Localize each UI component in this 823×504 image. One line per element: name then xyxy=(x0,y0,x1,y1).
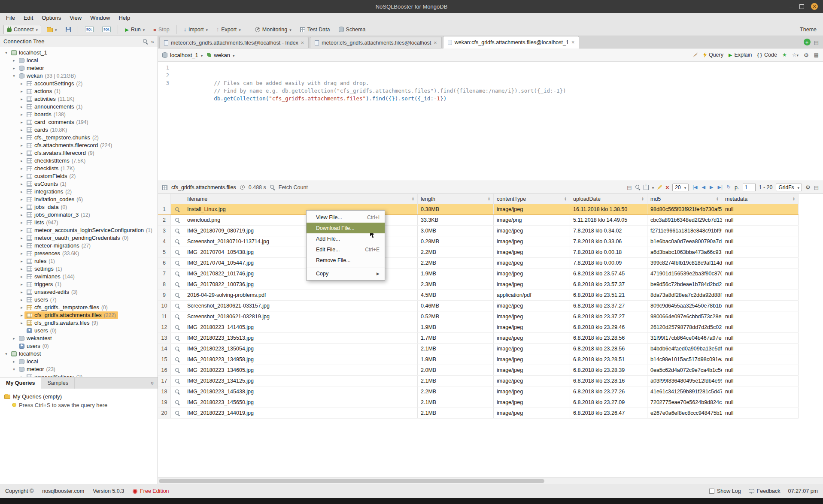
tree-item[interactable]: users (0) xyxy=(0,327,158,335)
preview-icon[interactable] xyxy=(175,239,180,244)
header-uploaddate[interactable]: uploadDate xyxy=(570,194,647,204)
tree-item[interactable]: jobs_data (0) xyxy=(0,203,158,211)
preview-cell[interactable] xyxy=(171,290,184,300)
preview-cell[interactable] xyxy=(171,322,184,332)
table-row[interactable]: 9 2016-04-29-solving-problems.pdf 4.5MB … xyxy=(158,290,799,301)
results-settings-icon[interactable] xyxy=(805,184,811,190)
table-row[interactable]: 17 IMG_20180223_134125.jpg 2.1MB image/j… xyxy=(158,376,799,386)
preview-icon[interactable] xyxy=(175,271,180,276)
close-tab-icon[interactable] xyxy=(434,40,437,46)
expand-panel-icon[interactable] xyxy=(814,184,819,190)
sort-icon[interactable] xyxy=(640,197,644,201)
preview-cell[interactable] xyxy=(171,301,184,311)
expander-icon[interactable] xyxy=(19,80,24,88)
view-format-select[interactable]: GridFs xyxy=(776,184,802,191)
preview-cell[interactable] xyxy=(171,365,184,375)
preview-icon[interactable] xyxy=(175,389,180,394)
open-file-button[interactable] xyxy=(44,25,60,34)
sort-icon[interactable] xyxy=(486,197,490,201)
editor-tab[interactable]: meteor:cfs_gridfs.attachments.files@loca… xyxy=(310,37,441,48)
preview-cell[interactable] xyxy=(171,215,184,225)
context-menu-item[interactable]: Remove File... ▶ xyxy=(307,255,385,266)
preview-cell[interactable] xyxy=(171,333,184,343)
feedback-button[interactable]: Feedback xyxy=(749,488,780,494)
table-row[interactable]: 5 IMG_20170704_105438.jpg 2.2MB image/jp… xyxy=(158,247,799,258)
preview-icon[interactable] xyxy=(175,250,180,255)
chevron-down-icon[interactable] xyxy=(652,184,654,190)
maximize-button[interactable] xyxy=(799,4,804,9)
connect-button[interactable]: Connect xyxy=(3,25,41,34)
sort-icon[interactable] xyxy=(714,197,719,201)
import-button[interactable]: Import xyxy=(181,25,211,34)
tab-list-button[interactable] xyxy=(814,39,819,45)
header-metadata[interactable]: metadata xyxy=(722,194,799,204)
editor-tab[interactable]: wekan:cfs_gridfs.attachments.files@local… xyxy=(443,36,580,48)
tree-item[interactable]: cfs.attachments.filerecord (224) xyxy=(0,142,158,149)
tree-item[interactable]: announcements (1) xyxy=(0,103,158,111)
cell-filename[interactable]: IMG_20180223_145650.jpg xyxy=(184,397,418,407)
expander-icon[interactable] xyxy=(19,157,24,165)
table-row[interactable]: 6 IMG_20170704_105447.jpg 2.2MB image/jp… xyxy=(158,258,799,269)
minimize-button[interactable] xyxy=(790,3,793,10)
edit-icon[interactable] xyxy=(657,185,662,190)
tree-item[interactable]: localhost_1 xyxy=(0,49,158,57)
preview-icon[interactable] xyxy=(175,282,180,287)
tree-item[interactable]: actions (1) xyxy=(0,88,158,95)
close-button[interactable] xyxy=(811,3,818,10)
header-md5[interactable]: md5 xyxy=(647,194,722,204)
scrollbar-thumb[interactable] xyxy=(159,479,544,483)
table-row[interactable]: 16 IMG_20180223_134605.jpg 2.0MB image/j… xyxy=(158,365,799,376)
close-tab-icon[interactable] xyxy=(571,39,574,45)
expander-icon[interactable] xyxy=(19,118,24,126)
expander-icon[interactable] xyxy=(19,226,24,234)
context-menu-item[interactable]: View File... Ctrl+I ▶ xyxy=(307,212,385,223)
table-row[interactable]: 11 Screenshot_20180621-032819.jpg 0.52MB… xyxy=(158,311,799,322)
preview-cell[interactable] xyxy=(171,226,184,236)
menu-item[interactable]: Help xyxy=(114,14,134,22)
editor-tab[interactable]: meteor:cfs_gridfs.attachments.files@loca… xyxy=(159,37,309,48)
close-tab-icon[interactable] xyxy=(301,40,304,46)
table-row[interactable]: 10 Screenshot_20180621-033157.jpg 0.46MB… xyxy=(158,301,799,311)
expander-icon[interactable] xyxy=(19,281,24,288)
tree-item[interactable]: localhost xyxy=(0,350,158,358)
table-row[interactable]: 15 IMG_20180223_134958.jpg 1.9MB image/j… xyxy=(158,354,799,365)
tree-item[interactable]: presences (33.6K) xyxy=(0,250,158,257)
menu-item[interactable]: File xyxy=(2,14,19,22)
preview-icon[interactable] xyxy=(175,228,180,233)
tree-item[interactable]: local xyxy=(0,57,158,64)
tree-item[interactable]: users (7) xyxy=(0,296,158,304)
preview-icon[interactable] xyxy=(175,217,180,223)
menu-item[interactable]: Options xyxy=(37,14,65,22)
sql-query-button[interactable]: SQL xyxy=(82,25,97,33)
tree-item[interactable]: activities (11.1K) xyxy=(0,95,158,103)
tree-item[interactable]: local xyxy=(0,358,158,365)
sort-icon[interactable] xyxy=(562,197,567,201)
header-filename[interactable]: filename xyxy=(184,194,418,204)
expander-icon[interactable] xyxy=(19,219,24,226)
tree-item[interactable]: integrations (2) xyxy=(0,188,158,196)
cell-filename[interactable]: Screenshot_20180621-033157.jpg xyxy=(184,301,418,311)
expander-icon[interactable] xyxy=(19,211,24,219)
preview-cell[interactable] xyxy=(171,204,184,214)
expander-icon[interactable] xyxy=(19,103,24,111)
last-page-button[interactable]: ▶| xyxy=(717,184,723,190)
checkbox-icon[interactable] xyxy=(709,489,714,494)
first-page-button[interactable]: |◀ xyxy=(692,184,698,190)
fetch-count-button[interactable]: Fetch Count xyxy=(279,184,308,190)
tree-item[interactable]: wekantest xyxy=(0,335,158,342)
expander-icon[interactable] xyxy=(19,142,24,149)
preview-icon[interactable] xyxy=(175,357,180,362)
tree-item[interactable]: cfs._tempstore.chunks (2) xyxy=(0,134,158,142)
expander-icon[interactable] xyxy=(3,350,9,358)
tree-item[interactable]: cfs_gridfs.attachments.files (222) xyxy=(0,311,158,319)
context-menu-item[interactable]: Copy ▶ xyxy=(307,268,385,279)
tree-item[interactable]: rules (1) xyxy=(0,257,158,265)
tree-item[interactable]: cfs.avatars.filerecord (9) xyxy=(0,149,158,157)
theme-button[interactable]: Theme xyxy=(797,25,820,34)
prev-page-button[interactable]: ◀ xyxy=(702,184,706,190)
cell-filename[interactable]: IMG_20180223_141405.jpg xyxy=(184,322,418,332)
cell-filename[interactable]: IMG_20180223_135054.jpg xyxy=(184,344,418,354)
preview-cell[interactable] xyxy=(171,408,184,418)
next-page-button[interactable]: ▶ xyxy=(709,184,714,190)
context-menu-item[interactable]: Add File... ▶ xyxy=(307,233,385,244)
